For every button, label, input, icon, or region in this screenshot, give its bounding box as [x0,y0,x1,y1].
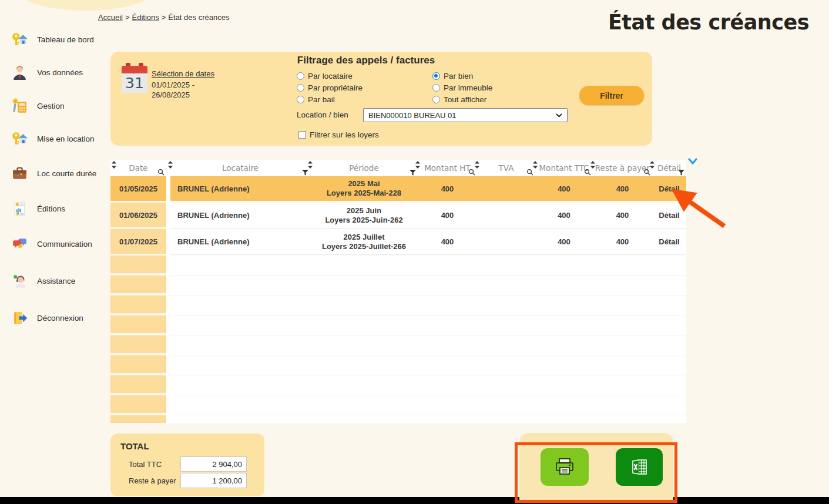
excel-export-button[interactable] [616,448,663,486]
date-range-start: 01/01/2025 - [152,80,194,89]
sort-icon[interactable] [590,161,595,169]
reste-a-payer-value: 1 200,00 [180,473,247,488]
sort-icon[interactable] [475,161,479,169]
cell-montant-ht: 400 [418,176,477,201]
radio-par-proprietaire[interactable]: Par propriétaire [297,83,363,92]
column-header-date[interactable]: Date [110,160,166,176]
breadcrumb-accueil[interactable]: Accueil [98,13,123,22]
calendar-icon: 31 [122,66,147,93]
table-row[interactable]: 01/06/2025 BRUNEL (Adrienne) 2025 JuinLo… [110,203,686,229]
filter-funnel-icon[interactable] [678,170,684,176]
radio-par-bien[interactable]: Par bien [432,71,473,80]
detail-link[interactable]: Détail [652,229,686,254]
sidebar-item-loc-courte-duree[interactable]: Loc courte durée [11,163,96,183]
sort-icon[interactable] [533,161,538,169]
cell-date: 01/05/2025 [110,176,166,201]
search-icon[interactable] [643,169,650,176]
document-chart-icon [11,200,29,218]
sidebar-item-label: Communication [37,240,92,248]
total-panel: TOTAL Total TTC 2 904,00 Reste à payer 1… [110,434,264,496]
filter-funnel-icon[interactable] [410,170,416,176]
radio-icon[interactable] [432,84,440,92]
table-row[interactable]: 01/05/2025 BRUNEL (Adrienne) 2025 MaiLoy… [110,176,686,203]
sidebar-item-communication[interactable]: Communication [11,234,92,254]
radio-par-immeuble[interactable]: Par immeuble [432,83,492,92]
loyers-checkbox-row[interactable]: Filtrer sur les loyers [298,130,379,139]
cell-reste-a-payer: 400 [593,229,652,254]
sidebar-item-mise-en-location[interactable]: Mise en location [11,129,95,149]
column-header-reste-a-payer[interactable]: Reste à payer [593,160,652,176]
sort-icon[interactable] [168,161,173,169]
cell-reste-a-payer: 400 [593,203,652,228]
cell-montant-ht: 400 [418,229,477,254]
calendar-day: 31 [122,73,147,93]
date-selection-link[interactable]: Sélection de dates [152,69,214,78]
column-header-periode[interactable]: Période [310,160,418,176]
column-header-locataire[interactable]: Locataire [170,160,310,176]
location-bien-select[interactable]: BIEN000010 BUREAU 01 [363,108,568,122]
sort-icon[interactable] [415,161,420,169]
cell-date: 01/07/2025 [110,229,166,254]
print-button[interactable] [541,448,589,486]
sidebar-item-label: Assistance [37,277,75,285]
radio-icon[interactable] [297,96,304,103]
bottom-bar [0,497,829,504]
cell-montant-ttc: 400 [535,176,593,201]
radio-icon[interactable] [297,84,304,92]
table-collapse-chevron-icon[interactable] [688,158,697,165]
table-header: Date Locataire Période Montant HT TVA Mo… [110,160,686,176]
sidebar-item-vos-donnees[interactable]: Vos données [11,62,83,82]
date-range-end: 26/08/2025 [152,90,190,99]
filter-panel: Filtrage des appels / factures 31 Sélect… [110,52,652,146]
radio-icon[interactable] [432,96,440,103]
sidebar-item-assistance[interactable]: Assistance [11,271,75,291]
empty-table-row [110,335,686,355]
radio-par-locataire[interactable]: Par locataire [297,71,353,80]
sidebar-item-label: Déconnexion [37,314,83,322]
support-agent-icon [11,272,29,290]
cell-date: 01/06/2025 [110,203,166,227]
column-header-montant-ht[interactable]: Montant HT [418,160,477,176]
radio-icon[interactable] [297,72,304,80]
detail-link[interactable]: Détail [652,176,686,201]
cell-tva [477,203,535,228]
person-icon [11,63,29,82]
reste-a-payer-label: Reste à payer [129,476,176,485]
logo-blob [19,0,152,11]
cell-locataire: BRUNEL (Adrienne) [170,229,310,254]
sidebar-item-editions[interactable]: Éditions [11,199,65,219]
sidebar-item-tableau-de-bord[interactable]: Tableau de bord [11,29,94,49]
search-icon[interactable] [584,169,591,176]
calculator-icon [11,97,29,115]
search-icon[interactable] [526,169,533,176]
checkbox-icon[interactable] [298,131,306,139]
sort-icon[interactable] [650,161,655,169]
cell-locataire: BRUNEL (Adrienne) [170,203,310,228]
search-icon[interactable] [468,169,475,176]
cell-periode: 2025 JuinLoyers 2025-Juin-262 [310,203,418,228]
cell-locataire: BRUNEL (Adrienne) [170,176,310,201]
empty-table-row [110,256,686,275]
sidebar-item-gestion[interactable]: Gestion [11,96,65,116]
sidebar-item-deconnexion[interactable]: Déconnexion [11,308,83,328]
empty-table-row [110,375,686,395]
search-icon[interactable] [157,169,165,176]
breadcrumb-editions[interactable]: Éditions [132,13,159,22]
radio-par-bail[interactable]: Par bail [297,95,335,104]
column-header-detail[interactable]: Détail [652,160,686,176]
filter-funnel-icon[interactable] [302,170,308,176]
table-row[interactable]: 01/07/2025 BRUNEL (Adrienne) 2025 Juille… [110,229,686,256]
cell-periode: 2025 MaiLoyers 2025-Mai-228 [310,176,418,201]
sidebar-item-label: Loc courte durée [37,169,96,178]
detail-link[interactable]: Détail [652,203,686,228]
sort-icon[interactable] [112,161,116,169]
sort-icon[interactable] [308,161,313,169]
column-header-tva[interactable]: TVA [477,160,535,176]
printer-icon [554,458,575,476]
column-header-montant-ttc[interactable]: Montant TTC [535,160,593,176]
total-title: TOTAL [120,441,149,451]
total-ttc-label: Total TTC [129,460,162,469]
radio-selected-icon[interactable] [432,72,440,80]
radio-tout-afficher[interactable]: Tout afficher [432,95,486,104]
filter-button[interactable]: Filtrer [579,86,644,105]
